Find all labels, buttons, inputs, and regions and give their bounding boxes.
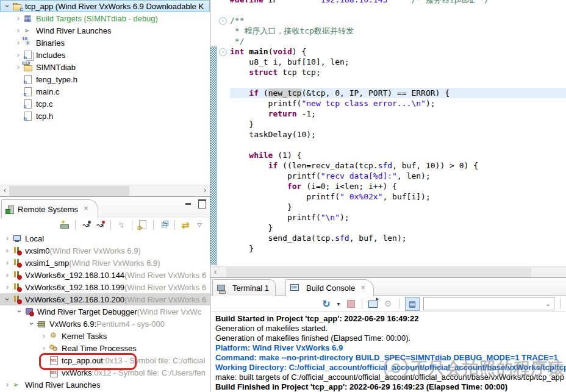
remote-systems-panel: Remote Systems Localvxsim0 (Wind River V… (0, 196, 210, 392)
tree-item-tcp-c[interactable]: ctcp.c (0, 98, 210, 110)
tree-item-real-time-processes[interactable]: Real Time Processes (0, 342, 210, 354)
editor-gutter (217, 202, 230, 212)
right-column: #define IP "192.168.10.143" /* 服务器ip地址 *… (210, 0, 566, 392)
target-conn-icon (12, 294, 22, 304)
code-text: struct tcp tcp; (230, 67, 566, 77)
tree-item-vxworks6x-192-168-10-144[interactable]: VxWorks6x_192.168.10.144 (Wind River VxW… (0, 269, 210, 281)
file-h-icon: h (23, 111, 33, 121)
chevron-collapsed-icon[interactable] (2, 271, 12, 279)
tree-item-wind-river-target-debugger[interactable]: Wind River Target Debugger (Wind River V… (0, 305, 210, 318)
tree-item-feng-type-h[interactable]: hfeng_type.h (0, 73, 210, 85)
computer-icon (12, 233, 22, 243)
tree-item-build-targets-simntdiab-debug-[interactable]: Build Targets (SIMNTdiab - debug) (0, 12, 210, 24)
open-console-icon[interactable] (368, 298, 379, 309)
fold-collapse-icon[interactable] (219, 48, 227, 56)
tree-item-label: feng_type.h (36, 75, 77, 84)
close-icon[interactable] (359, 284, 367, 293)
refresh-build-icon[interactable] (321, 298, 332, 309)
build-targets-icon (23, 13, 33, 23)
stop-build-icon[interactable] (345, 298, 356, 309)
scroll-left-icon[interactable] (210, 267, 220, 278)
chevron-collapsed-icon[interactable] (2, 283, 12, 291)
editor-hscrollbar[interactable] (210, 266, 566, 278)
editor-gutter (217, 5, 230, 15)
tree-item-label: SIMNTdiab (36, 63, 76, 72)
collapse-all-icon[interactable] (159, 219, 170, 230)
target-conn-icon (12, 246, 22, 255)
code-text: } (230, 223, 566, 233)
chevron-expanded-icon[interactable] (2, 295, 12, 304)
close-icon[interactable] (82, 205, 90, 213)
chevron-collapsed-icon[interactable] (13, 26, 23, 35)
tree-item-binaries[interactable]: 10Binaries (0, 37, 210, 49)
hscrollbar-thumb[interactable] (9, 186, 129, 196)
code-line (217, 77, 566, 88)
chevron-collapsed-icon[interactable] (13, 51, 23, 59)
goto-next-icon[interactable] (95, 219, 106, 230)
console-filter-combo[interactable] (423, 297, 554, 310)
code-line: /** (217, 15, 566, 26)
tree-item-vxworks-6-9-[interactable]: VxWorks 6.9:Pentium4 - sys-000 (0, 318, 210, 330)
fold-collapse-icon[interactable] (219, 17, 227, 25)
tree-item-label: Wind River Launches (25, 380, 101, 390)
tree-item-wind-river-launches[interactable]: Wind River Launches (0, 379, 210, 391)
tree-item-vxworks[interactable]: 501vxWorks:0x12 - Symbol file: C:/Users/… (0, 366, 210, 379)
view-menu-icon[interactable] (194, 219, 205, 230)
maximize-button[interactable] (198, 199, 206, 208)
tree-item-local[interactable]: Local (0, 232, 210, 244)
tab-remote-systems[interactable]: Remote Systems (1, 199, 98, 218)
chevron-collapsed-icon[interactable] (39, 332, 49, 340)
tree-item-vxworks6x-192-168-10-199[interactable]: VxWorks6x_192.168.10.199 (Wind River VxW… (0, 281, 210, 293)
code-editor[interactable]: #define IP "192.168.10.143" /* 服务器ip地址 *… (210, 0, 566, 266)
tree-item-wind-river-launches[interactable]: Wind River Launches (0, 24, 210, 37)
editor-gutter (217, 15, 230, 26)
tree-item-tcp-app-wind-river-vxworks-6-9-downloada[interactable]: Ctcp_app (Wind River VxWorks 6.9 Downloa… (0, 0, 210, 12)
refresh-resource-icon[interactable] (137, 219, 148, 230)
tree-item-label: Kernel Tasks (62, 332, 107, 341)
tree-item-simntdiab[interactable]: 010SIMNTdiab (0, 61, 210, 73)
refresh-caret-icon[interactable] (335, 298, 342, 309)
tab-terminal-1[interactable]: Terminal 1 (212, 279, 276, 296)
hscrollbar-thumb[interactable] (226, 268, 531, 277)
tree-item-label: VxWorks6x_192.168.10.199 (25, 283, 124, 292)
remote-systems-title: Remote Systems (18, 205, 78, 214)
tree-item-vxsim0[interactable]: vxsim0 (Wind River VxWorks 6.9) (0, 244, 210, 257)
project-tree-hscrollbar[interactable] (0, 185, 210, 196)
minimize-button[interactable] (184, 201, 192, 208)
code-line: #define IP "192.168.10.143" /* 服务器ip地址 *… (217, 0, 566, 5)
scroll-right-icon[interactable] (200, 185, 210, 196)
code-line: } (217, 243, 566, 254)
chevron-expanded-icon[interactable] (15, 307, 24, 316)
goto-prev-icon[interactable] (81, 219, 91, 230)
console-settings-icon[interactable] (382, 298, 393, 309)
tree-item-vxworks6x-192-168-10-200[interactable]: VxWorks6x_192.168.10.200 (Wind River VxW… (0, 293, 210, 305)
remote-systems-tree[interactable]: Localvxsim0 (Wind River VxWorks 6.9)vxsi… (0, 232, 210, 392)
scroll-left-icon[interactable] (0, 185, 10, 196)
add-connection-icon[interactable] (59, 219, 70, 230)
console-line: Generation of makefiles started. (215, 324, 566, 333)
tree-item-tcp-app-out[interactable]: 501tcp_app.out:0x13 - Symbol file: C:/of… (0, 354, 210, 366)
tree-item-vxsim1-smp[interactable]: vxsim1_smp (Wind River VxWorks 6.9) (0, 257, 210, 269)
code-text: u8_t i, buf[10], len; (230, 57, 566, 67)
chevron-expanded-icon[interactable] (2, 2, 12, 10)
swap-connections-icon[interactable] (180, 219, 191, 230)
tab-build-console[interactable]: Build Console (285, 279, 374, 296)
tree-item-main-c[interactable]: cmain.c (0, 85, 210, 98)
launch-disabled-icon[interactable] (116, 219, 127, 230)
toolbar-separator (153, 220, 154, 230)
pin-console-icon[interactable] (405, 297, 420, 311)
code-text: while (1) { (230, 150, 566, 160)
tree-item-includes[interactable]: hIncludes (0, 49, 210, 61)
tree-item-label: Real Time Processes (62, 344, 137, 353)
build-console-output[interactable]: Build Started in Project 'tcp_app': 2022… (210, 312, 566, 392)
project-explorer-tree[interactable]: Ctcp_app (Wind River VxWorks 6.9 Downloa… (0, 0, 210, 185)
tree-item-tcp-h[interactable]: htcp.h (0, 110, 210, 122)
tree-item-kernel-tasks[interactable]: Kernel Tasks (0, 330, 210, 342)
chevron-collapsed-icon[interactable] (2, 258, 12, 267)
chevron-collapsed-icon[interactable] (2, 234, 12, 243)
chevron-collapsed-icon[interactable] (2, 246, 12, 255)
chevron-collapsed-icon[interactable] (39, 344, 49, 352)
chevron-expanded-icon[interactable] (27, 319, 37, 328)
chevron-collapsed-icon[interactable] (13, 14, 23, 23)
chevron-collapsed-icon[interactable] (2, 380, 12, 389)
